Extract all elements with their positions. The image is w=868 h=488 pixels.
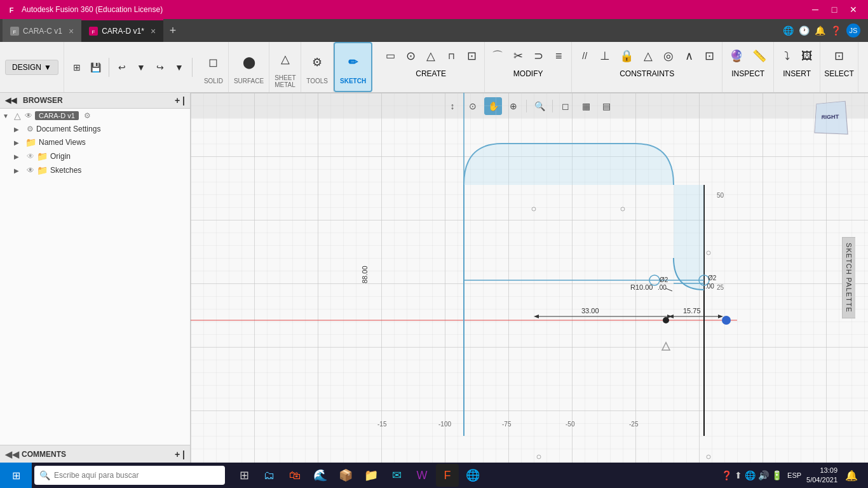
tray-up-icon[interactable]: ⬆ bbox=[735, 470, 742, 480]
tab-cara-d-close[interactable]: × bbox=[151, 26, 156, 36]
browser-expand[interactable]: + bbox=[175, 95, 180, 105]
undo-button[interactable]: ↩ bbox=[113, 58, 131, 76]
notification-button[interactable]: 🔔 bbox=[840, 463, 863, 488]
mail-app[interactable]: ✉ bbox=[385, 464, 408, 487]
tangent-button[interactable]: ∧ bbox=[680, 43, 698, 69]
break-button[interactable]: ≡ bbox=[550, 43, 567, 69]
comments-expand[interactable]: ◀◀ bbox=[5, 449, 19, 459]
perpendicular-button[interactable]: ⊥ bbox=[596, 43, 614, 69]
point-button[interactable]: ⊡ bbox=[463, 43, 480, 69]
close-button[interactable]: ✕ bbox=[844, 3, 863, 16]
lock-button[interactable]: 🔒 bbox=[616, 43, 637, 69]
extend-button[interactable]: ⊃ bbox=[529, 43, 547, 69]
tree-eye-sketches[interactable]: 👁 bbox=[27, 166, 34, 175]
svg-text:88.00: 88.00 bbox=[361, 266, 369, 283]
tray-language[interactable]: ESP bbox=[787, 471, 801, 479]
tree-arrow-named-views[interactable]: ▶ bbox=[14, 139, 23, 146]
insert-image-button[interactable]: ⤵ bbox=[778, 43, 796, 69]
solid-icon: ◻ bbox=[208, 57, 218, 68]
tree-arrow-cara-d[interactable]: ▼ bbox=[3, 112, 11, 119]
files-app[interactable]: 🗂 bbox=[258, 464, 281, 487]
tray-help-icon[interactable]: ❓ bbox=[721, 470, 732, 480]
canvas-area[interactable]: R10.00 33.00 15.75 Ø2 .00 Ø2 .0 bbox=[191, 93, 868, 463]
globe-icon[interactable]: 🌐 bbox=[783, 25, 794, 36]
solid-button[interactable]: ◻ bbox=[205, 50, 222, 75]
tray-network-icon[interactable]: 🌐 bbox=[745, 470, 756, 480]
parallel-button[interactable]: // bbox=[576, 43, 593, 69]
svg-text:-100: -100 bbox=[438, 421, 451, 428]
tree-eye-cara-d[interactable]: 👁 bbox=[25, 111, 32, 120]
equal-button[interactable]: △ bbox=[639, 43, 657, 69]
wacom-app[interactable]: W bbox=[410, 464, 433, 487]
tab-cara-d[interactable]: F CARA-D v1* × bbox=[81, 19, 163, 42]
tree-settings-doc[interactable]: ⚙ bbox=[27, 125, 34, 133]
tree-item-named-views[interactable]: ▶ 📁 Named Views bbox=[0, 135, 190, 149]
measure-button[interactable]: 🔮 bbox=[726, 43, 747, 69]
tray-datetime[interactable]: 13:09 5/04/2021 bbox=[806, 466, 837, 485]
bell-icon[interactable]: 🔔 bbox=[815, 25, 825, 36]
store-app[interactable]: 🛍 bbox=[283, 464, 306, 487]
view-cube[interactable]: RIGHT bbox=[811, 98, 849, 136]
sketch-button[interactable]: ✏ bbox=[344, 50, 362, 75]
start-button[interactable]: ⊞ bbox=[0, 463, 32, 488]
tree-item-origin[interactable]: ▶ 👁 📁 Origin bbox=[0, 149, 190, 163]
sketch-palette-tab[interactable]: SKETCH PALETTE bbox=[842, 237, 855, 318]
undo-dropdown[interactable]: ▼ bbox=[132, 58, 150, 76]
fusion-app[interactable]: F bbox=[436, 464, 459, 487]
tray-volume-icon[interactable]: 🔊 bbox=[758, 470, 769, 480]
save-button[interactable]: 💾 bbox=[87, 58, 105, 76]
taskview-button[interactable]: ⊞ bbox=[233, 464, 255, 487]
line-button[interactable]: ⊓ bbox=[442, 43, 460, 69]
tab-cara-c[interactable]: F CARA-C v1 × bbox=[3, 19, 81, 42]
design-dropdown[interactable]: DESIGN ▼ bbox=[5, 60, 58, 75]
chrome-app[interactable]: 🌐 bbox=[461, 464, 484, 487]
new-tab-button[interactable]: + bbox=[163, 19, 182, 42]
ruler-button[interactable]: 📏 bbox=[749, 43, 770, 69]
trim-button[interactable]: ✂ bbox=[509, 43, 527, 69]
tree-item-doc-settings[interactable]: ▶ ⚙ Document Settings bbox=[0, 123, 190, 135]
finish-sketch-button[interactable]: ✓ FINISH SKETCH ▼ bbox=[858, 42, 868, 92]
maximize-button[interactable]: □ bbox=[825, 3, 844, 16]
triangle-button[interactable]: △ bbox=[422, 43, 440, 69]
help-icon[interactable]: ❓ bbox=[831, 25, 841, 36]
select-label: SELECT bbox=[824, 69, 854, 78]
fillet-button[interactable]: ⌒ bbox=[489, 43, 506, 69]
tree-item-cara-d[interactable]: ▼ △ 👁 CARA-D v1 ⚙ bbox=[0, 109, 190, 123]
dropbox-app[interactable]: 📦 bbox=[334, 464, 357, 487]
tree-arrow-origin[interactable]: ▶ bbox=[14, 153, 23, 160]
redo-button[interactable]: ↪ bbox=[151, 58, 169, 76]
minimize-button[interactable]: ─ bbox=[806, 3, 825, 16]
taskbar-search-input[interactable] bbox=[54, 471, 220, 480]
user-icon[interactable]: JS bbox=[846, 24, 860, 37]
tree-item-sketches[interactable]: ▶ 👁 📁 Sketches bbox=[0, 163, 190, 177]
tray-battery-icon[interactable]: 🔋 bbox=[771, 470, 782, 480]
surface-button[interactable]: ⬤ bbox=[240, 50, 259, 75]
redo-dropdown[interactable]: ▼ bbox=[170, 58, 188, 76]
sheet-metal-button[interactable]: △ bbox=[276, 46, 294, 72]
browser-toggle-left[interactable]: ◀◀ bbox=[5, 96, 17, 105]
folder-app[interactable]: 📁 bbox=[360, 464, 383, 487]
tree-arrow-sketches[interactable]: ▶ bbox=[14, 167, 23, 174]
comments-collapse[interactable]: | bbox=[182, 449, 185, 459]
edge-app[interactable]: 🌊 bbox=[309, 464, 332, 487]
rectangle-button[interactable]: ▭ bbox=[381, 43, 399, 69]
svg-text:R10.00: R10.00 bbox=[630, 283, 653, 291]
grid-button[interactable]: ⊞ bbox=[68, 58, 86, 76]
tab-cara-c-close[interactable]: × bbox=[69, 26, 74, 36]
comments-add[interactable]: + bbox=[175, 449, 180, 459]
taskbar-search-box[interactable]: 🔍 bbox=[34, 466, 225, 485]
tools-button[interactable]: ⚙ bbox=[308, 50, 326, 75]
tree-settings-icon[interactable]: ⚙ bbox=[84, 111, 91, 120]
create-section: ▭ ⊙ △ ⊓ ⊡ CREATE bbox=[377, 42, 485, 92]
insert-canvas-button[interactable]: 🖼 bbox=[798, 43, 816, 69]
tree-eye-origin[interactable]: 👁 bbox=[27, 152, 34, 161]
tree-arrow-doc[interactable]: ▶ bbox=[14, 126, 23, 133]
browser-collapse[interactable]: | bbox=[182, 95, 185, 105]
mirror-button[interactable]: ⊡ bbox=[700, 43, 718, 69]
select-button[interactable]: ⊡ bbox=[831, 43, 848, 69]
clock-icon[interactable]: 🕐 bbox=[799, 25, 810, 36]
circle-button[interactable]: ⊙ bbox=[402, 43, 419, 69]
svg-text:50: 50 bbox=[717, 192, 724, 199]
concentric-button[interactable]: ◎ bbox=[660, 43, 677, 69]
insert-label: INSERT bbox=[783, 69, 811, 78]
